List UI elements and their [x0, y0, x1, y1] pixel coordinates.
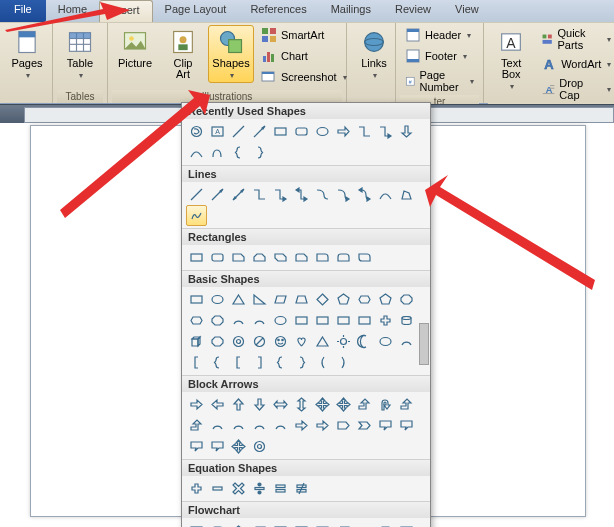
shape-half[interactable] — [312, 310, 333, 331]
screenshot-button[interactable]: Screenshot▾ — [256, 67, 352, 87]
textbox-button[interactable]: A Text Box▾ — [488, 25, 534, 94]
tab-review[interactable]: Review — [383, 0, 443, 22]
shape-snip-same[interactable] — [249, 247, 270, 268]
shape-alt[interactable] — [207, 520, 228, 527]
shape-pent[interactable] — [333, 289, 354, 310]
shape-rbrk[interactable] — [249, 352, 270, 373]
shape-block[interactable] — [249, 331, 270, 352]
shape-dec[interactable] — [228, 520, 249, 527]
shape-rtri[interactable] — [249, 289, 270, 310]
shape-data[interactable] — [249, 520, 270, 527]
shape-round-diag[interactable] — [354, 247, 375, 268]
shape-strip[interactable] — [291, 415, 312, 436]
shape-dodec[interactable] — [207, 310, 228, 331]
shape-plus[interactable] — [375, 310, 396, 331]
scrollbar[interactable] — [419, 323, 429, 365]
shape-arc[interactable] — [396, 331, 417, 352]
shape-snip-diag[interactable] — [270, 247, 291, 268]
shape-tear[interactable] — [270, 310, 291, 331]
shape-dia[interactable] — [312, 289, 333, 310]
shape-oval[interactable] — [312, 121, 333, 142]
shape-para[interactable] — [270, 289, 291, 310]
shape-curved-connector[interactable] — [312, 184, 333, 205]
shape-proc[interactable] — [186, 520, 207, 527]
shape-au[interactable] — [228, 394, 249, 415]
shape-notch[interactable] — [312, 415, 333, 436]
tab-mailings[interactable]: Mailings — [319, 0, 383, 22]
shape-rectangle[interactable] — [270, 121, 291, 142]
shape-term[interactable] — [354, 520, 375, 527]
wordart-button[interactable]: AWordArt▾ — [536, 54, 614, 74]
shape-bent[interactable] — [354, 394, 375, 415]
links-button[interactable]: Links▾ — [351, 25, 397, 83]
shape-quad[interactable] — [312, 394, 333, 415]
shape-dec[interactable] — [186, 310, 207, 331]
shape-ad[interactable] — [249, 394, 270, 415]
shape-curvu[interactable] — [270, 415, 291, 436]
shape-smile[interactable] — [270, 331, 291, 352]
shape-sun[interactable] — [333, 331, 354, 352]
shape-rounded-rect[interactable] — [291, 121, 312, 142]
shape-diag[interactable] — [354, 310, 375, 331]
shape-lcall[interactable] — [207, 436, 228, 457]
shape-elbow[interactable] — [249, 184, 270, 205]
shape-line[interactable] — [228, 121, 249, 142]
shape-frame[interactable] — [291, 310, 312, 331]
shape-round-snip[interactable] — [291, 247, 312, 268]
shape-light[interactable] — [312, 331, 333, 352]
shape-ucall[interactable] — [186, 436, 207, 457]
shape-cube[interactable] — [186, 331, 207, 352]
shape-chord[interactable] — [249, 310, 270, 331]
shape-cloud[interactable] — [375, 331, 396, 352]
shape-round-same[interactable] — [333, 247, 354, 268]
shape-elbow-arrow[interactable] — [375, 121, 396, 142]
shape-textbox[interactable] — [186, 289, 207, 310]
shape-round-rect[interactable] — [207, 247, 228, 268]
shape-elbow-arrow[interactable] — [270, 184, 291, 205]
shape-round-single[interactable] — [312, 247, 333, 268]
shape-tri[interactable] — [333, 394, 354, 415]
shape-curvl[interactable] — [228, 415, 249, 436]
shape-hex[interactable] — [354, 289, 375, 310]
tab-references[interactable]: References — [238, 0, 318, 22]
smartart-button[interactable]: SmartArt — [256, 25, 352, 45]
shape-rbrc[interactable] — [291, 352, 312, 373]
shape-elbow-connector[interactable] — [354, 121, 375, 142]
chart-button[interactable]: Chart — [256, 46, 352, 66]
shape-lpar[interactable] — [312, 352, 333, 373]
shape-doc[interactable] — [312, 520, 333, 527]
shape-trap[interactable] — [291, 289, 312, 310]
shape-curved-double[interactable] — [354, 184, 375, 205]
shape-circ[interactable] — [249, 436, 270, 457]
shape-pie[interactable] — [228, 310, 249, 331]
tab-pagelayout[interactable]: Page Layout — [153, 0, 239, 22]
shape-snip-single[interactable] — [228, 247, 249, 268]
shape-uturn[interactable] — [375, 394, 396, 415]
shape-equal[interactable] — [270, 478, 291, 499]
shape-not-equal[interactable] — [291, 478, 312, 499]
shape-lshape[interactable] — [333, 310, 354, 331]
shape-multi[interactable] — [333, 520, 354, 527]
shape-curvr[interactable] — [207, 415, 228, 436]
shape-rcall[interactable] — [375, 415, 396, 436]
shape-curved-arrow[interactable] — [333, 184, 354, 205]
shape-aud[interactable] — [291, 394, 312, 415]
shape-bevel[interactable] — [207, 331, 228, 352]
header-button[interactable]: Header▾ — [400, 25, 476, 45]
shape-rpar[interactable] — [333, 352, 354, 373]
footer-button[interactable]: Footer▾ — [400, 46, 472, 66]
shape-oval[interactable] — [207, 289, 228, 310]
shape-dbrc[interactable] — [207, 352, 228, 373]
shape-ar[interactable] — [186, 394, 207, 415]
shape-lup[interactable] — [396, 394, 417, 415]
shape-dbrk[interactable] — [186, 352, 207, 373]
shape-multiply[interactable] — [228, 478, 249, 499]
shape-arrow-down[interactable] — [396, 121, 417, 142]
shape-line-arrow[interactable] — [249, 121, 270, 142]
shape-arrow-right[interactable] — [333, 121, 354, 142]
shape-hept[interactable] — [375, 289, 396, 310]
shape-oct[interactable] — [396, 289, 417, 310]
clipart-button[interactable]: Clip Art — [160, 25, 206, 83]
shape-freeform-tool[interactable] — [396, 184, 417, 205]
shape-moon[interactable] — [354, 331, 375, 352]
